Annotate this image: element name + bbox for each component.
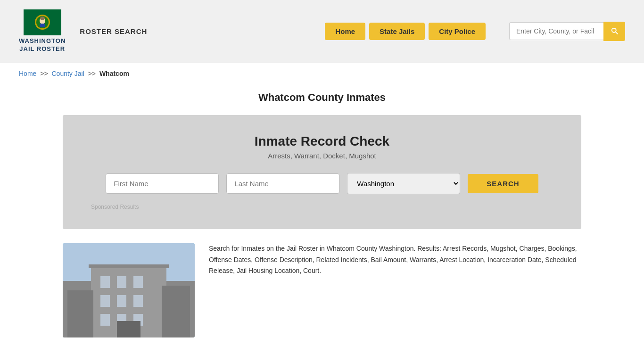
svg-rect-11 xyxy=(133,276,143,288)
header-search-bar xyxy=(509,22,625,41)
logo-title: WASHINGTON JAIL ROSTER xyxy=(19,37,66,53)
logo-area: WASHINGTON JAIL ROSTER xyxy=(19,9,66,53)
header-search-input[interactable] xyxy=(509,22,603,40)
state-jails-nav-button[interactable]: State Jails xyxy=(369,23,425,40)
inmate-search-form: AlabamaAlaskaArizonaArkansasCaliforniaCo… xyxy=(91,173,553,194)
last-name-input[interactable] xyxy=(226,173,339,194)
svg-point-5 xyxy=(40,16,45,20)
svg-rect-13 xyxy=(117,295,126,307)
breadcrumb-current: Whatcom xyxy=(99,70,129,77)
breadcrumb-sep-2: >> xyxy=(88,70,96,77)
page-title: Whatcom County Inmates xyxy=(19,91,625,104)
breadcrumb-home-link[interactable]: Home xyxy=(19,70,36,77)
building-silhouette-icon xyxy=(63,243,195,337)
svg-rect-20 xyxy=(67,290,93,337)
svg-rect-4 xyxy=(40,24,45,27)
svg-rect-18 xyxy=(117,321,140,337)
record-check-title: Inmate Record Check xyxy=(91,134,553,149)
svg-rect-19 xyxy=(89,264,169,268)
header-search-button[interactable] xyxy=(603,22,625,41)
svg-rect-21 xyxy=(162,286,190,337)
breadcrumb-sep-1: >> xyxy=(40,70,48,77)
state-select[interactable]: AlabamaAlaskaArizonaArkansasCaliforniaCo… xyxy=(347,173,460,194)
record-check-subtitle: Arrests, Warrant, Docket, Mugshot xyxy=(91,152,553,160)
inmate-search-button[interactable]: SEARCH xyxy=(468,174,538,193)
svg-rect-12 xyxy=(100,295,110,307)
breadcrumb-county-jail-link[interactable]: County Jail xyxy=(52,70,84,77)
home-nav-button[interactable]: Home xyxy=(325,23,365,40)
svg-rect-14 xyxy=(133,295,143,307)
svg-rect-15 xyxy=(100,314,110,326)
svg-rect-10 xyxy=(117,276,126,288)
city-police-nav-button[interactable]: City Police xyxy=(429,23,486,40)
building-image xyxy=(63,243,195,337)
roster-search-label: ROSTER SEARCH xyxy=(80,27,147,35)
svg-rect-9 xyxy=(100,276,110,288)
main-nav: Home State Jails City Police xyxy=(325,23,486,40)
site-header: WASHINGTON JAIL ROSTER ROSTER SEARCH Hom… xyxy=(0,0,644,63)
search-icon xyxy=(610,26,619,35)
record-check-box: Inmate Record Check Arrests, Warrant, Do… xyxy=(63,115,581,229)
main-content: Whatcom County Inmates Inmate Record Che… xyxy=(0,91,644,356)
washington-flag-icon xyxy=(24,9,61,35)
sponsored-label: Sponsored Results xyxy=(91,204,553,210)
description-text: Search for Inmates on the Jail Roster in… xyxy=(209,243,581,277)
bottom-section: Search for Inmates on the Jail Roster in… xyxy=(63,243,581,337)
breadcrumb: Home >> County Jail >> Whatcom xyxy=(0,63,644,84)
first-name-input[interactable] xyxy=(106,173,219,194)
